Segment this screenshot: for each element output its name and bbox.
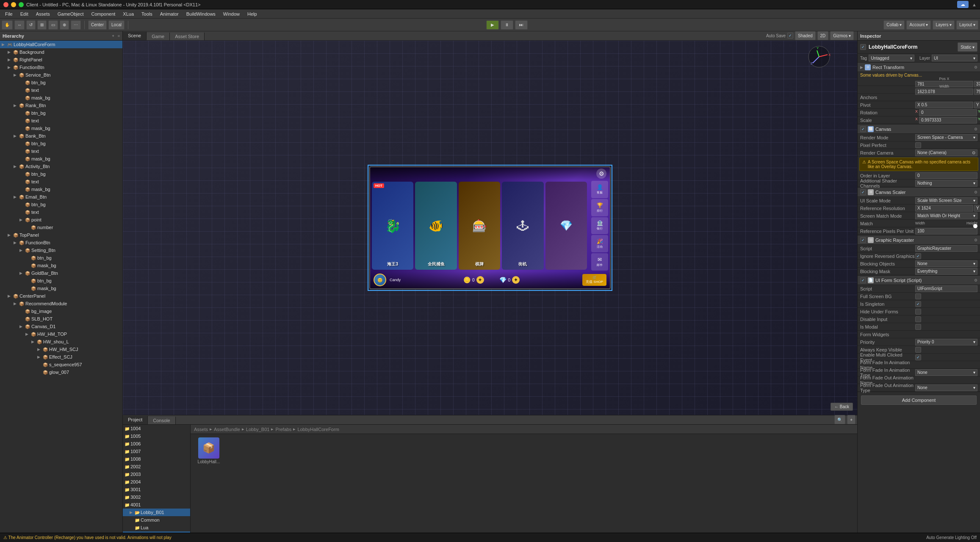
static-dropdown[interactable]: Static ▾ bbox=[958, 42, 977, 52]
menu-gameobject[interactable]: GameObject bbox=[54, 11, 87, 17]
menu-window[interactable]: Window bbox=[220, 11, 243, 17]
minimize-button[interactable] bbox=[11, 2, 16, 7]
shaded-dropdown[interactable]: Shaded bbox=[795, 31, 815, 40]
project-sidebar-item[interactable]: 📁2002 bbox=[123, 463, 190, 470]
game-card-5[interactable]: 💎 bbox=[545, 182, 587, 270]
hierarchy-item[interactable]: 📦bg_image bbox=[0, 307, 122, 315]
breadcrumb-form[interactable]: LobbyHallCoreForm bbox=[297, 427, 339, 432]
project-sidebar-item[interactable]: 📁1005 bbox=[123, 432, 190, 440]
canvas-enabled[interactable] bbox=[860, 126, 866, 132]
menu-btn-email[interactable]: ✉ 邮件 bbox=[591, 253, 608, 271]
match-slider-thumb[interactable] bbox=[973, 224, 977, 228]
hierarchy-item[interactable]: 📦mask_bg bbox=[0, 185, 122, 193]
height-input[interactable] bbox=[974, 88, 980, 95]
back-button[interactable]: ← Back bbox=[831, 403, 853, 411]
rot-x-input[interactable] bbox=[919, 109, 977, 116]
tab-project[interactable]: Project bbox=[123, 416, 148, 424]
hierarchy-item[interactable]: ▶📦Rank_Btn bbox=[0, 102, 122, 109]
menu-help[interactable]: Help bbox=[244, 11, 260, 17]
breadcrumb-assetbundle[interactable]: AssetBundle bbox=[214, 427, 240, 432]
hierarchy-item[interactable]: ▶📦RightPanel bbox=[0, 56, 122, 64]
hierarchy-item[interactable]: ▶🎮LobbyHallCoreForm bbox=[0, 41, 122, 48]
hierarchy-item[interactable]: 📦btn_bg bbox=[0, 109, 122, 117]
hierarchy-item[interactable]: ▶📦Canvas_D1 bbox=[0, 323, 122, 330]
order-layer-input[interactable] bbox=[915, 172, 977, 179]
width-input[interactable] bbox=[915, 88, 973, 95]
ref-res-x-input[interactable] bbox=[915, 205, 973, 212]
hierarchy-item[interactable]: 📦number bbox=[0, 224, 122, 231]
breadcrumb-prefabs[interactable]: Prefabs bbox=[275, 427, 291, 432]
pixel-perfect-checkbox[interactable] bbox=[915, 142, 921, 148]
ui-scale-dropdown[interactable]: Scale With Screen Size ▾ bbox=[915, 197, 977, 204]
tool-transform[interactable]: ⊕ bbox=[60, 20, 69, 30]
fade-out-type-dropdown[interactable]: None ▾ bbox=[915, 384, 977, 391]
hierarchy-item[interactable]: 📦btn_bg bbox=[0, 254, 122, 262]
project-sidebar-item[interactable]: 📁Lua bbox=[123, 524, 190, 531]
hierarchy-item[interactable]: ▶📦HW_HM_SCJ bbox=[0, 346, 122, 353]
pause-button[interactable]: ⏸ bbox=[501, 20, 513, 30]
canvas-settings-icon[interactable]: ⚙ bbox=[974, 127, 977, 131]
pivot-y-input[interactable] bbox=[974, 102, 980, 108]
game-card-2[interactable]: 🐠 全民捕鱼 bbox=[415, 182, 457, 270]
object-enabled-checkbox[interactable] bbox=[860, 44, 866, 50]
hierarchy-item[interactable]: ▶📦FunctionBtn bbox=[0, 64, 122, 71]
hierarchy-item[interactable]: 📦SLB_HOT bbox=[0, 315, 122, 323]
layout-toolbar-btn[interactable]: Layout ▾ bbox=[956, 20, 978, 30]
hierarchy-item[interactable]: ▶📦TopPanel bbox=[0, 231, 122, 239]
game-card-1[interactable]: HOT 🐉 海王3 bbox=[372, 182, 413, 270]
hierarchy-item[interactable]: 📦btn_bg bbox=[0, 170, 122, 178]
pivot-center-btn[interactable]: Center bbox=[88, 20, 107, 30]
project-sidebar-item[interactable]: 📁3001 bbox=[123, 486, 190, 493]
disable-input-checkbox[interactable] bbox=[915, 316, 921, 322]
tool-rotate[interactable]: ↺ bbox=[26, 20, 36, 30]
play-button[interactable]: ▶ bbox=[486, 20, 499, 30]
hierarchy-item[interactable]: 📦text bbox=[0, 117, 122, 124]
tab-console[interactable]: Console bbox=[148, 417, 175, 424]
hierarchy-item[interactable]: 📦mask_bg bbox=[0, 155, 122, 163]
project-sidebar-item[interactable]: 📁1006 bbox=[123, 440, 190, 448]
hierarchy-item[interactable]: 📦text bbox=[0, 178, 122, 185]
hierarchy-item[interactable]: ▶📦HW_HM_TOP bbox=[0, 330, 122, 338]
hierarchy-item[interactable]: ▶📦Service_Btn bbox=[0, 71, 122, 79]
tab-asset-store[interactable]: Asset Store bbox=[170, 33, 205, 40]
graphic-raycaster-header[interactable]: ◎ Graphic Raycaster ⚙ bbox=[858, 235, 980, 245]
scene-view[interactable]: ⚙ HOT 🐉 海王3 bbox=[123, 41, 857, 415]
add-component-button[interactable]: Add Component bbox=[861, 395, 977, 405]
scale-x-input[interactable] bbox=[919, 117, 977, 124]
hierarchy-add-icon[interactable]: + bbox=[112, 34, 114, 38]
hierarchy-item[interactable]: 📦text bbox=[0, 208, 122, 216]
hierarchy-item[interactable]: ▶📦Setting_Btn bbox=[0, 246, 122, 254]
raycaster-enabled[interactable] bbox=[860, 237, 866, 243]
hierarchy-item[interactable]: 📦btn_bg bbox=[0, 79, 122, 86]
tab-scene[interactable]: Scene bbox=[123, 32, 147, 40]
hierarchy-item[interactable]: 📦mask_bg bbox=[0, 124, 122, 132]
hierarchy-item[interactable]: ▶📦RecommendModule bbox=[0, 300, 122, 307]
hierarchy-item[interactable]: ▶📦FunctionBtn bbox=[0, 239, 122, 246]
hierarchy-item[interactable]: 📦mask_bg bbox=[0, 94, 122, 102]
tool-hand[interactable]: ✋ bbox=[2, 20, 13, 30]
project-sidebar-item[interactable]: 📁Common bbox=[123, 516, 190, 524]
tool-dots[interactable]: ⋯ bbox=[71, 20, 81, 30]
lighting-btn[interactable]: Auto Generate Lighting Off bbox=[926, 535, 977, 540]
asset-lobbyhall[interactable]: 📦 LobbyHall... bbox=[194, 437, 224, 464]
tool-rect[interactable]: ▭ bbox=[48, 20, 58, 30]
tab-game[interactable]: Game bbox=[147, 33, 170, 40]
hierarchy-item[interactable]: 📦mask_bg bbox=[0, 262, 122, 269]
hierarchy-item[interactable]: ▶📦Bank_Btn bbox=[0, 132, 122, 140]
project-sidebar-item[interactable]: 📁1004 bbox=[123, 425, 190, 432]
ref-pixels-input[interactable] bbox=[915, 228, 977, 235]
game-card-3[interactable]: 🎰 棋牌 bbox=[459, 182, 500, 270]
canvas-scaler-header[interactable]: ⊞ Canvas Scaler ⚙ bbox=[858, 188, 980, 197]
fullscreen-checkbox[interactable] bbox=[915, 293, 921, 299]
menu-xlua[interactable]: XLua bbox=[119, 11, 137, 17]
script-dropdown[interactable]: GraphicRaycaster bbox=[915, 245, 977, 252]
step-button[interactable]: ⏭ bbox=[515, 20, 528, 30]
blocking-mask-dropdown[interactable]: Everything ▾ bbox=[915, 268, 977, 275]
close-button[interactable] bbox=[3, 2, 8, 7]
shader-channels-dropdown[interactable]: Nothing ▾ bbox=[915, 180, 977, 187]
raycaster-settings-icon[interactable]: ⚙ bbox=[974, 238, 977, 242]
scaler-settings-icon[interactable]: ⚙ bbox=[974, 190, 977, 194]
project-sidebar-item[interactable]: 📁2004 bbox=[123, 478, 190, 486]
uiform-script-dropdown[interactable]: UIFormScript bbox=[915, 285, 977, 292]
uiform-settings-icon[interactable]: ⚙ bbox=[974, 278, 977, 282]
